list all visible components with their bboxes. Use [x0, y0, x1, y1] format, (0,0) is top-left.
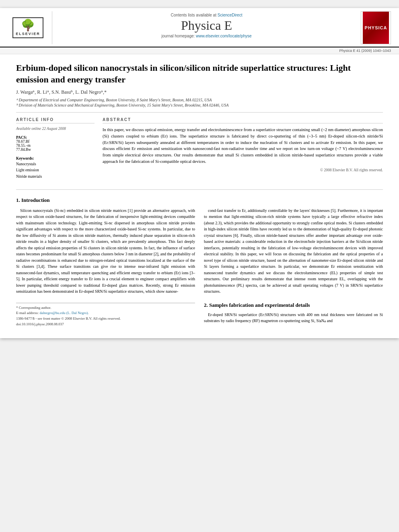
abstract-body: In this paper, we discuss optical emissi… — [103, 127, 383, 165]
author-list: J. Wargaᵃ, R. Liᵃ, S.N. Basuᵇ, L. Dal Ne… — [16, 89, 107, 95]
journal-center: Contents lists available at ScienceDirec… — [56, 11, 357, 44]
homepage-url[interactable]: www.elsevier.com/locate/physe — [196, 34, 251, 38]
affil-a-text: ᵃ Department of Electrical and Computer … — [16, 98, 212, 102]
doi-line: doi:10.1016/j.physe.2008.08.037 — [16, 322, 195, 326]
journal-name: Physica E — [56, 18, 357, 33]
keywords-section: Keywords: Nanocrystals Light emission Ni… — [16, 156, 95, 180]
abstract-col: ABSTRACT In this paper, we discuss optic… — [103, 117, 383, 185]
thumb-title: PHYSICA — [365, 25, 387, 30]
available-label: Available online 22 August 2008 — [16, 127, 95, 131]
intro-left-text: Silicon nanocrystals (Si-nc) embedded in… — [16, 207, 195, 295]
body-left-col: Silicon nanocrystals (Si-nc) embedded in… — [16, 207, 195, 327]
abstract-header: ABSTRACT — [103, 117, 383, 123]
email-label: E-mail address: — [16, 311, 39, 315]
info-abstract-section: ARTICLE INFO Available online 22 August … — [16, 117, 383, 185]
affil-b-text: ᵇ Division of Materials Science and Mech… — [16, 103, 228, 107]
main-content: Erbium-doped silicon nanocrystals in sil… — [0, 54, 399, 338]
intro-number: 1. — [16, 197, 20, 203]
section-divider — [16, 189, 383, 190]
intro-left-paragraph: Silicon nanocrystals (Si-nc) embedded in… — [16, 207, 195, 295]
article-title: Erbium-doped silicon nanocrystals in sil… — [16, 62, 383, 85]
samples-section-header: 2. Samples fabrication and experimental … — [204, 302, 383, 308]
article-info-col: ARTICLE INFO Available online 22 August … — [16, 117, 95, 185]
intro-title: Introduction — [21, 197, 50, 203]
pacs-3: 77.84.Bw — [16, 148, 95, 152]
available-online: Available online 22 August 2008 — [16, 127, 95, 131]
sciencedirect-prefix: Contents lists available at — [171, 13, 216, 17]
pacs-1: 78.67.Bf — [16, 140, 95, 144]
pacs-2: 78.55.–m — [16, 144, 95, 148]
page: 🌳 ELSEVIER Contents lists available at S… — [0, 8, 399, 338]
divider — [16, 112, 383, 113]
body-columns: Silicon nanocrystals (Si-nc) embedded in… — [16, 207, 383, 327]
citation-text: Physica E 41 (2009) 1040–1043 — [339, 49, 391, 53]
elsevier-text: ELSEVIER — [16, 32, 40, 36]
email-link[interactable]: dalnegro@bu.edu (L. Dal Negro). — [39, 311, 88, 315]
journal-thumbnail: PHYSICA — [361, 11, 391, 44]
journal-header: 🌳 ELSEVIER Contents lists available at S… — [0, 8, 399, 47]
thumb-cover: PHYSICA — [363, 12, 389, 44]
issn-line: 1386-9477/$ - see front matter © 2008 El… — [16, 316, 195, 322]
pacs-section: PACS: 78.67.Bf 78.55.–m 77.84.Bw — [16, 136, 95, 152]
sciencedirect-link[interactable]: ScienceDirect — [218, 13, 243, 17]
intro-section-header: 1. Introduction — [16, 197, 383, 203]
article-info-header: ARTICLE INFO — [16, 117, 95, 123]
samples-paragraph: Er-doped SRN/Si superlattice (Er:SRN/Si)… — [204, 312, 383, 324]
affiliation-b: ᵇ Division of Materials Science and Mech… — [16, 103, 383, 107]
intro-right-paragraph: cond-fast transfer to Er, additionally c… — [204, 207, 383, 295]
keyword-3: Nitride materials — [16, 174, 95, 180]
authors: J. Wargaᵃ, R. Liᵃ, S.N. Basuᵇ, L. Dal Ne… — [16, 89, 383, 95]
keywords-header: Keywords: — [16, 156, 95, 160]
corresponding-author: * Corresponding author. — [16, 305, 195, 311]
samples-title: Samples fabrication and experimental det… — [209, 302, 310, 308]
elsevier-logo: 🌳 ELSEVIER — [8, 11, 52, 44]
journal-homepage: journal homepage: www.elsevier.com/locat… — [56, 34, 357, 38]
pacs-header: PACS: — [16, 136, 95, 140]
affiliation-a: ᵃ Department of Electrical and Computer … — [16, 98, 383, 102]
samples-text: Er-doped SRN/Si superlattice (Er:SRN/Si)… — [204, 312, 383, 324]
email-line: E-mail address: dalnegro@bu.edu (L. Dal … — [16, 310, 195, 316]
body-right-col: cond-fast transfer to Er, additionally c… — [204, 207, 383, 327]
doi-text: doi:10.1016/j.physe.2008.08.037 — [16, 322, 64, 326]
citation-bar: Physica E 41 (2009) 1040–1043 — [0, 47, 399, 54]
footnote-area: * Corresponding author. E-mail address: … — [16, 303, 195, 327]
samples-number: 2. — [204, 302, 208, 308]
sciencedirect-line: Contents lists available at ScienceDirec… — [56, 13, 357, 17]
tree-icon: 🌳 — [16, 20, 40, 31]
keyword-2: Light emission — [16, 167, 95, 173]
keyword-1: Nanocrystals — [16, 161, 95, 167]
copyright-notice: © 2008 Elsevier B.V. All rights reserved… — [103, 168, 383, 172]
homepage-prefix: journal homepage: — [161, 34, 195, 38]
intro-right-text: cond-fast transfer to Er, additionally c… — [204, 207, 383, 295]
